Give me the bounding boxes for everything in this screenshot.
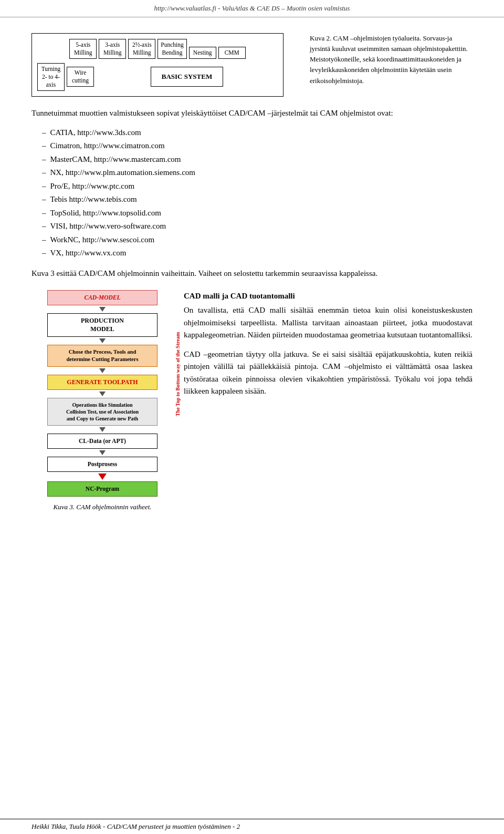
list-item-text: WorkNC, http://www.sescoi.com bbox=[50, 234, 155, 246]
list-item-text: Tebis http://www.tebis.com bbox=[50, 193, 137, 205]
arrow3 bbox=[99, 368, 106, 373]
diagram-top-row: 5-axisMilling 3-axisMilling 2½-axisMilli… bbox=[37, 39, 278, 59]
list-item: – Pro/E, http://www.ptc.com bbox=[42, 180, 472, 192]
list-item-text: CATIA, http://www.3ds.com bbox=[50, 127, 141, 139]
list-item: – CATIA, http://www.3ds.com bbox=[42, 127, 472, 139]
dash: – bbox=[42, 234, 46, 246]
dash: – bbox=[42, 207, 46, 219]
side-label-container: The Top to Bottom way of the Stream bbox=[175, 322, 181, 427]
dash: – bbox=[42, 167, 46, 179]
arrow1 bbox=[99, 307, 106, 312]
kuva2-caption: Kuva 2. CAM –ohjelmistojen työalueita. S… bbox=[310, 33, 472, 86]
list-item: – Cimatron, http://www.cimatron.com bbox=[42, 140, 472, 152]
arrow6 bbox=[99, 450, 106, 455]
diagram-bottom-row: Turning2- to 4-axis Wirecutting BASIC SY… bbox=[37, 63, 278, 91]
dash: – bbox=[42, 140, 46, 152]
kuva3-flow-diagram: CAD-MODEL PRODUCTIONMODEL Chose the Proc… bbox=[32, 290, 173, 511]
flow-box-cl-data: CL-Data (or APT) bbox=[47, 434, 158, 449]
dash: – bbox=[42, 193, 46, 205]
dash: – bbox=[42, 180, 46, 192]
arrow5 bbox=[99, 427, 106, 432]
list-item-text: TopSolid, http://www.topsolid.com bbox=[50, 207, 161, 219]
flow-box-operations: Operations like SimulationCollision Test… bbox=[47, 398, 158, 426]
box-5axis: 5-axisMilling bbox=[69, 39, 97, 59]
side-label: The Top to Bottom way of the Stream bbox=[175, 332, 181, 416]
diagram-section: 5-axisMilling 3-axisMilling 2½-axisMilli… bbox=[32, 33, 472, 97]
diagram-right-text: Kuva 2. CAM –ohjelmistojen työalueita. S… bbox=[294, 33, 472, 94]
flow-box-production-model: PRODUCTIONMODEL bbox=[47, 313, 158, 337]
kuva3-paragraph-1: On tavallista, että CAD malli sisältää e… bbox=[184, 304, 472, 341]
kuva3-paragraph-2: CAD –geometrian täytyy olla jatkuva. Se … bbox=[184, 348, 472, 397]
list-item: – VISI, http://www.vero-software.com bbox=[42, 220, 472, 232]
box-nesting: Nesting bbox=[189, 47, 216, 59]
basic-system-label: BASIC SYSTEM bbox=[162, 73, 212, 80]
footer-text: Heikki Tikka, Tuula Höök - CAD/CAM perus… bbox=[32, 822, 240, 831]
flow-box-cad-model: CAD-MODEL bbox=[47, 290, 158, 305]
list-item: – WorkNC, http://www.sescoi.com bbox=[42, 234, 472, 246]
basic-system-box: BASIC SYSTEM bbox=[151, 67, 223, 87]
list-item: – TopSolid, http://www.topsolid.com bbox=[42, 207, 472, 219]
list-item: – Tebis http://www.tebis.com bbox=[42, 193, 472, 205]
page-footer: Heikki Tikka, Tuula Höök - CAD/CAM perus… bbox=[0, 819, 504, 834]
flow-diagram: CAD-MODEL PRODUCTIONMODEL Chose the Proc… bbox=[39, 290, 165, 497]
list-item-text: VISI, http://www.vero-software.com bbox=[50, 220, 166, 232]
cam-list: – CATIA, http://www.3ds.com – Cimatron, … bbox=[42, 127, 472, 259]
dash: – bbox=[42, 127, 46, 139]
kuva3-intro: Kuva 3 esittää CAD/CAM ohjelmoinnin vaih… bbox=[32, 267, 472, 280]
arrow4 bbox=[99, 392, 106, 396]
arrow2 bbox=[99, 338, 106, 343]
kuva3-right-text: CAD malli ja CAD tuotantomalli On tavall… bbox=[184, 290, 472, 511]
box-wire: Wirecutting bbox=[67, 67, 94, 87]
flow-box-nc-program: NC-Program bbox=[47, 481, 158, 497]
arrow7 bbox=[98, 473, 107, 480]
list-item-text: VX, http://www.vx.com bbox=[50, 247, 127, 259]
cam-diagram: 5-axisMilling 3-axisMilling 2½-axisMilli… bbox=[32, 33, 284, 97]
dash: – bbox=[42, 220, 46, 232]
dash: – bbox=[42, 153, 46, 166]
list-item-text: MasterCAM, http://www.mastercam.com bbox=[50, 153, 181, 166]
intro-text: Tunnetuimmat muottien valmistukseen sopi… bbox=[32, 107, 472, 119]
box-punching: PunchingBending bbox=[158, 39, 186, 59]
box-25axis: 2½-axisMilling bbox=[128, 39, 155, 59]
list-item: – VX, http://www.vx.com bbox=[42, 247, 472, 259]
list-item-text: NX, http://www.plm.automation.siemens.co… bbox=[50, 167, 196, 179]
kuva3-section: CAD-MODEL PRODUCTIONMODEL Chose the Proc… bbox=[32, 290, 472, 511]
kuva3-right-title: CAD malli ja CAD tuotantomalli bbox=[184, 290, 472, 302]
box-3axis: 3-axisMilling bbox=[99, 39, 126, 59]
page-header: http://www.valuatlas.fi - ValuAtlas & CA… bbox=[0, 0, 504, 17]
list-item-text: Pro/E, http://www.ptc.com bbox=[50, 180, 135, 192]
flow-box-chose-process: Chose the Process, Tools anddetermine Cu… bbox=[47, 345, 158, 366]
box-cmm: CMM bbox=[218, 47, 246, 59]
list-item: – NX, http://www.plm.automation.siemens.… bbox=[42, 167, 472, 179]
box-turning: Turning2- to 4-axis bbox=[37, 63, 65, 91]
list-item-text: Cimatron, http://www.cimatron.com bbox=[50, 140, 165, 152]
list-item: – MasterCAM, http://www.mastercam.com bbox=[42, 153, 472, 166]
flow-box-generate-toolpath: GENERATE TOOLPATH bbox=[47, 375, 158, 390]
flow-box-postprosess: Postprosess bbox=[47, 457, 158, 472]
dash: – bbox=[42, 247, 46, 259]
cam-diagram-left: 5-axisMilling 3-axisMilling 2½-axisMilli… bbox=[32, 33, 294, 97]
header-text: http://www.valuatlas.fi - ValuAtlas & CA… bbox=[154, 4, 350, 12]
kuva3-caption: Kuva 3. CAM ohjelmoinnin vaiheet. bbox=[53, 503, 151, 511]
